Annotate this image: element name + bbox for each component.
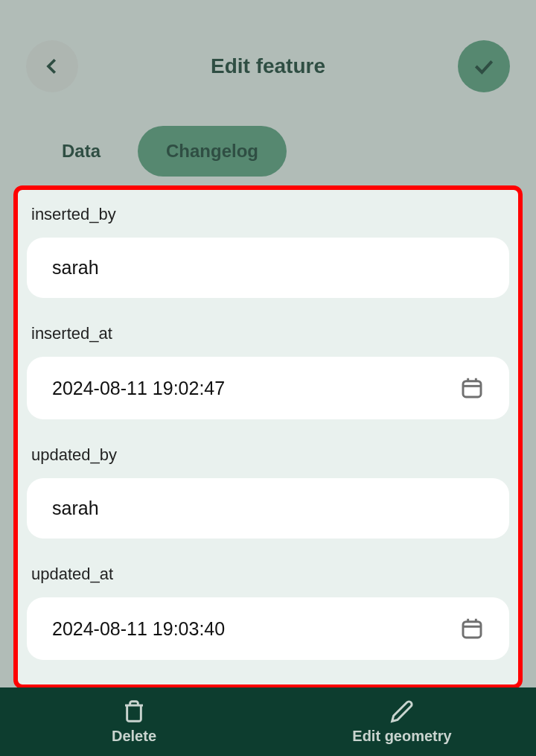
tabs: Data Changelog [0,107,536,195]
back-button[interactable] [26,40,78,92]
trash-icon [122,699,146,723]
field-value: 2024-08-11 19:02:47 [52,378,225,399]
calendar-icon [460,376,484,400]
confirm-button[interactable] [458,40,510,92]
field-inserted-at: inserted_at 2024-08-11 19:02:47 [27,317,509,419]
tab-data[interactable]: Data [34,126,129,177]
check-icon [472,54,496,78]
delete-label: Delete [112,728,156,745]
field-label: inserted_by [27,197,509,224]
svg-rect-0 [463,381,481,397]
field-value: 2024-08-11 19:03:40 [52,618,225,640]
edit-geometry-label: Edit geometry [352,728,451,745]
field-label: updated_at [27,557,509,584]
updated-at-input[interactable]: 2024-08-11 19:03:40 [27,597,509,660]
updated-by-input[interactable]: sarah [27,478,509,539]
tab-changelog[interactable]: Changelog [138,126,287,177]
field-updated-at: updated_at 2024-08-11 19:03:40 [27,557,509,660]
field-updated-by: updated_by sarah [27,438,509,539]
chevron-left-icon [41,55,63,77]
changelog-panel: inserted_by sarah inserted_at 2024-08-11… [13,185,523,689]
edit-geometry-button[interactable]: Edit geometry [268,687,536,756]
delete-button[interactable]: Delete [0,687,268,756]
field-label: inserted_at [27,317,509,343]
bottom-bar: Delete Edit geometry [0,687,536,756]
pencil-icon [390,699,414,723]
page-title: Edit feature [211,54,325,78]
svg-rect-4 [463,622,481,638]
calendar-icon [460,617,484,641]
field-value: sarah [52,498,99,519]
field-label: updated_by [27,438,509,465]
field-inserted-by: inserted_by sarah [27,197,509,298]
inserted-by-input[interactable]: sarah [27,238,509,298]
header: Edit feature [0,0,536,107]
field-value: sarah [52,257,99,279]
inserted-at-input[interactable]: 2024-08-11 19:02:47 [27,357,509,419]
